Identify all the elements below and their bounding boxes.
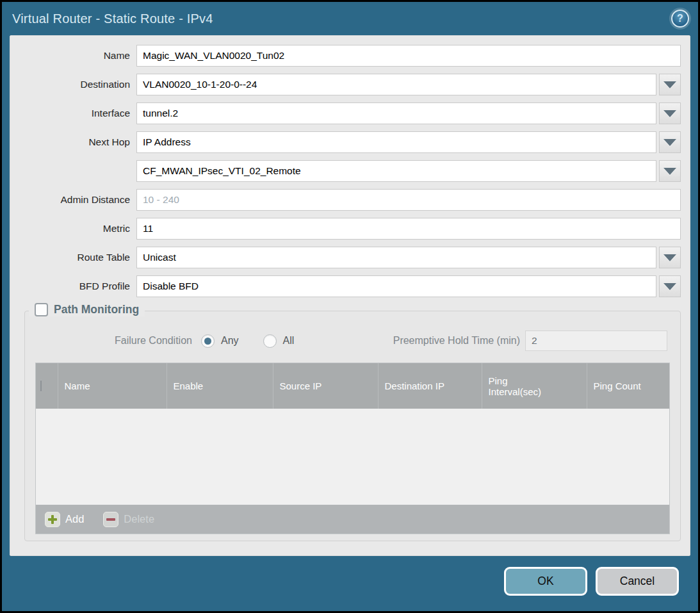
- ok-button[interactable]: OK: [504, 567, 587, 596]
- table-toolbar: Add Delete: [36, 505, 669, 534]
- name-input[interactable]: [136, 45, 681, 67]
- chevron-down-icon: [663, 81, 676, 88]
- column-header-ping-interval[interactable]: Ping Interval(sec): [482, 363, 587, 409]
- destination-dropdown-button[interactable]: [659, 74, 681, 95]
- chevron-down-icon: [663, 110, 676, 117]
- interface-dropdown-button[interactable]: [659, 102, 681, 124]
- cancel-button[interactable]: Cancel: [596, 567, 679, 596]
- bfd-profile-input[interactable]: [136, 275, 656, 297]
- form-row-metric: Metric: [19, 218, 681, 240]
- column-header-destination-ip[interactable]: Destination IP: [378, 363, 482, 409]
- delete-button-label: Delete: [124, 513, 154, 525]
- path-monitoring-section: Path Monitoring Failure Condition Any Al…: [24, 311, 681, 541]
- dialog-footer: OK Cancel: [504, 567, 679, 596]
- radio-any-label: Any: [221, 335, 239, 347]
- next-hop-label: Next Hop: [19, 136, 136, 148]
- radio-all[interactable]: All: [263, 334, 295, 348]
- interface-label: Interface: [19, 108, 136, 119]
- form-row-name: Name: [19, 45, 681, 67]
- form-row-route-table: Route Table: [19, 247, 681, 268]
- next-hop-address-dropdown-button[interactable]: [659, 160, 681, 182]
- column-header-enable[interactable]: Enable: [167, 363, 273, 409]
- chevron-down-icon: [663, 168, 676, 175]
- static-route-dialog: Virtual Router - Static Route - IPv4 ? N…: [2, 2, 698, 611]
- path-monitoring-legend: Path Monitoring: [29, 303, 145, 316]
- route-table-dropdown-button[interactable]: [659, 247, 681, 268]
- radio-any-circle[interactable]: [201, 334, 215, 348]
- destination-input[interactable]: [136, 74, 656, 95]
- form-row-interface: Interface: [19, 102, 681, 124]
- preemptive-hold-time-input[interactable]: [525, 331, 667, 351]
- add-button-label: Add: [65, 513, 84, 525]
- form-row-bfd-profile: BFD Profile: [19, 275, 681, 297]
- select-all-checkbox[interactable]: [40, 380, 42, 392]
- path-monitoring-checkbox[interactable]: [35, 303, 48, 316]
- radio-all-label: All: [283, 335, 295, 347]
- route-table-label: Route Table: [19, 252, 136, 263]
- name-label: Name: [19, 50, 136, 61]
- table-header-row: Name Enable Source IP Destination IP Pin…: [36, 363, 669, 409]
- failure-condition-label: Failure Condition: [115, 335, 192, 347]
- column-header-ping-count[interactable]: Ping Count: [587, 363, 669, 409]
- chevron-down-icon: [663, 254, 676, 261]
- interface-input[interactable]: [136, 102, 656, 124]
- form-row-next-hop: Next Hop: [19, 131, 681, 153]
- minus-icon: [103, 512, 118, 527]
- bfd-profile-dropdown-button[interactable]: [659, 275, 681, 297]
- next-hop-type-input[interactable]: [136, 131, 656, 153]
- admin-distance-input[interactable]: [136, 189, 681, 211]
- table-empty-body: [36, 409, 669, 505]
- chevron-down-icon: [663, 139, 676, 146]
- help-icon[interactable]: ?: [671, 10, 689, 28]
- dialog-title: Virtual Router - Static Route - IPv4: [12, 12, 213, 26]
- form-row-next-hop-address: [19, 160, 681, 182]
- preemptive-hold-time-label: Preemptive Hold Time (min): [393, 335, 525, 347]
- next-hop-address-input[interactable]: [136, 160, 656, 182]
- destination-label: Destination: [19, 79, 136, 90]
- admin-distance-label: Admin Distance: [19, 194, 136, 206]
- bfd-profile-label: BFD Profile: [19, 281, 136, 292]
- failure-condition-radio-group: Any All: [201, 334, 294, 348]
- form-row-destination: Destination: [19, 74, 681, 95]
- route-table-input[interactable]: [136, 247, 656, 268]
- metric-label: Metric: [19, 223, 136, 234]
- plus-icon: [45, 512, 60, 527]
- delete-button[interactable]: Delete: [103, 512, 154, 527]
- failure-condition-row: Failure Condition Any All Preemptive Hol…: [38, 330, 667, 352]
- radio-any[interactable]: Any: [201, 334, 239, 348]
- add-button[interactable]: Add: [45, 512, 84, 527]
- radio-all-circle[interactable]: [263, 334, 277, 348]
- column-header-name[interactable]: Name: [58, 363, 167, 409]
- content-panel: Name Destination Interface Next Hop: [10, 35, 690, 556]
- next-hop-dropdown-button[interactable]: [659, 131, 681, 153]
- column-header-source-ip[interactable]: Source IP: [273, 363, 378, 409]
- title-bar: Virtual Router - Static Route - IPv4 ?: [2, 2, 698, 35]
- metric-input[interactable]: [136, 218, 681, 240]
- form-row-admin-distance: Admin Distance: [19, 189, 681, 211]
- path-monitoring-title: Path Monitoring: [54, 303, 139, 316]
- path-monitoring-table: Name Enable Source IP Destination IP Pin…: [35, 363, 670, 534]
- chevron-down-icon: [663, 283, 676, 290]
